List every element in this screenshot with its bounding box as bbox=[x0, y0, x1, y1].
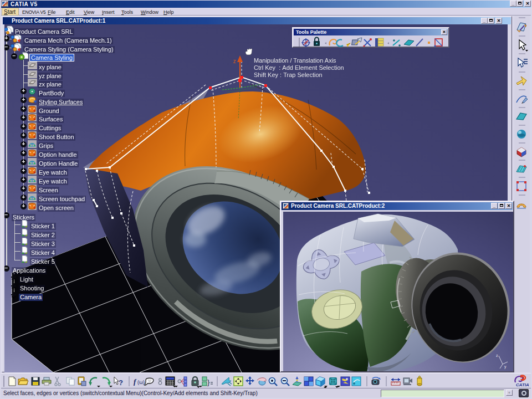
svg-text:f: f bbox=[134, 377, 137, 386]
svg-text:y: y bbox=[504, 365, 507, 369]
svg-text:Ctrl Key : Add Element Select: Ctrl Key : Add Element Selection bbox=[254, 64, 344, 71]
svg-text:z: z bbox=[233, 58, 236, 64]
svg-text:Manipulation / Translation Axi: Manipulation / Translation Axis bbox=[254, 57, 336, 64]
svg-text:}: } bbox=[207, 378, 210, 386]
svg-text:Shift Key : Trap Selection: Shift Key : Trap Selection bbox=[254, 71, 323, 78]
svg-text:(ω): (ω) bbox=[137, 380, 145, 385]
svg-text:CATIA: CATIA bbox=[516, 382, 529, 387]
svg-text:z: z bbox=[496, 354, 498, 357]
svg-text:?: ? bbox=[119, 378, 123, 387]
